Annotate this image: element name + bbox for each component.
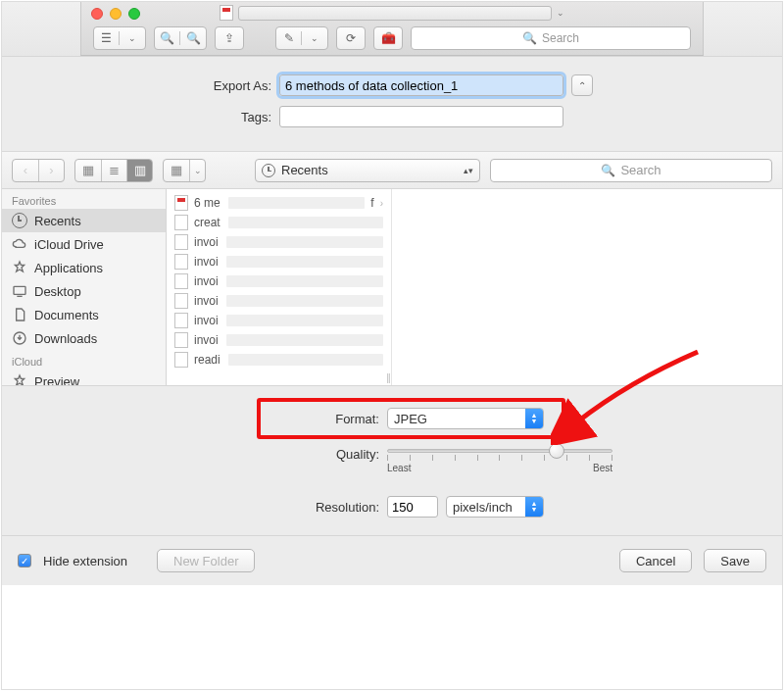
new-folder-button[interactable]: New Folder — [157, 549, 255, 572]
sidebar-item-label: Recents — [34, 214, 81, 228]
file-name: 6 me — [194, 196, 220, 210]
zoom-segment[interactable]: 🔍 🔍 — [154, 26, 207, 50]
sidebar-item-label: Documents — [34, 308, 99, 322]
zoom-out-icon[interactable]: 🔍 — [155, 31, 180, 45]
zoom-in-icon[interactable]: 🔍 — [180, 31, 206, 45]
file-row[interactable]: creat — [167, 213, 391, 232]
location-dropdown[interactable]: Recents ▴▾ — [255, 159, 480, 182]
format-select[interactable]: JPEG ▲▼ — [387, 408, 544, 429]
sidebar-item-applications[interactable]: Applications — [2, 256, 166, 279]
file-row[interactable]: readi — [167, 350, 391, 370]
slider-thumb[interactable] — [549, 443, 564, 459]
column-resize-handle[interactable]: ‖ — [386, 372, 393, 383]
hide-extension-checkbox[interactable]: ✓ — [18, 554, 31, 568]
chevron-down-icon[interactable]: ⌄ — [120, 33, 145, 43]
desktop-icon — [12, 283, 27, 299]
search-icon: 🔍 — [522, 31, 537, 45]
file-icon — [174, 215, 188, 230]
recents-icon — [12, 213, 27, 228]
forward-button[interactable]: › — [38, 160, 64, 181]
quality-least-label: Least — [387, 463, 411, 473]
file-browser-search-input[interactable]: 🔍 Search — [490, 159, 772, 182]
cancel-button[interactable]: Cancel — [619, 549, 692, 572]
view-mode-segment[interactable]: ▦ ≣ ▥ — [74, 159, 153, 182]
markup-segment[interactable]: ✎ ⌄ — [275, 26, 328, 50]
resolution-label: Resolution: — [75, 500, 379, 515]
sidebar-item-downloads[interactable]: Downloads — [2, 326, 166, 350]
export-options: Format: JPEG ▲▼ Quality: Least Best Reso — [2, 385, 782, 536]
file-name: invoi — [194, 294, 219, 308]
list-view-button[interactable]: ≣ — [101, 160, 126, 181]
file-row[interactable]: invoi — [167, 311, 391, 330]
export-as-label: Export As: — [66, 78, 271, 93]
file-icon — [174, 352, 188, 368]
markup-toolbar-button[interactable]: 🧰 — [373, 26, 403, 50]
pdf-icon — [174, 195, 188, 211]
chevron-up-icon: ⌃ — [578, 80, 586, 91]
location-label: Recents — [281, 163, 328, 177]
column-view-button[interactable]: ▥ — [126, 160, 152, 181]
sidebar-item-preview[interactable]: Preview — [2, 370, 166, 385]
file-row[interactable]: invoi — [167, 330, 391, 350]
cloud-icon — [12, 236, 27, 252]
toolbar-search-input[interactable]: 🔍 Search — [411, 26, 691, 50]
sidebar-item-desktop[interactable]: Desktop — [2, 279, 166, 303]
file-name: creat — [194, 216, 220, 229]
quality-best-label: Best — [593, 463, 612, 473]
sidebar-icon[interactable]: ☰ — [94, 31, 120, 45]
hide-extension-label: Hide extension — [43, 554, 127, 568]
file-row[interactable]: invoi — [167, 252, 391, 271]
file-name: invoi — [194, 333, 219, 347]
dialog-footer: ✓ Hide extension New Folder Cancel Save — [2, 536, 782, 585]
tags-input[interactable] — [279, 106, 564, 127]
file-browser-toolbar: ‹ › ▦ ≣ ▥ ▦ ⌄ Recents ▴▾ 🔍 Search — [2, 152, 782, 189]
sidebar-item-icloud-drive[interactable]: iCloud Drive — [2, 232, 166, 256]
save-button[interactable]: Save — [704, 549, 766, 572]
format-label: Format: — [75, 412, 379, 426]
sidebar-item-recents[interactable]: Recents — [2, 209, 166, 232]
nav-back-forward[interactable]: ‹ › — [12, 159, 65, 182]
sidebar-view-segment[interactable]: ☰ ⌄ — [93, 26, 146, 50]
applications-icon — [12, 260, 27, 275]
chevron-down-icon[interactable]: ⌄ — [302, 33, 327, 43]
share-button[interactable]: ⇪ — [215, 26, 244, 50]
chevron-updown-icon: ▲▼ — [525, 497, 543, 517]
file-icon — [174, 254, 188, 270]
file-icon — [174, 332, 188, 348]
sidebar-group-icloud: iCloud — [2, 350, 166, 370]
highlight-icon[interactable]: ✎ — [276, 31, 302, 45]
preview-icon — [12, 373, 27, 385]
sidebar-item-documents[interactable]: Documents — [2, 303, 166, 326]
group-by-dropdown[interactable]: ▦ ⌄ — [163, 159, 206, 182]
export-filename-input[interactable] — [279, 74, 564, 96]
expand-collapse-button[interactable]: ⌃ — [571, 74, 593, 96]
file-name: invoi — [194, 255, 219, 269]
document-title: ⌄ — [81, 5, 703, 21]
resolution-input[interactable] — [387, 496, 438, 518]
file-row[interactable]: invoi — [167, 291, 391, 311]
sidebar-item-label: Desktop — [34, 284, 81, 299]
file-name: invoi — [194, 314, 219, 327]
format-value: JPEG — [394, 412, 427, 426]
preview-pane: ‖ — [392, 189, 782, 385]
file-icon — [174, 293, 188, 309]
resolution-unit-select[interactable]: pixels/inch ▲▼ — [446, 496, 544, 518]
file-row[interactable]: invoi — [167, 271, 391, 291]
resolution-unit-value: pixels/inch — [453, 500, 513, 515]
quality-slider[interactable]: Least Best — [387, 439, 612, 469]
file-row[interactable]: invoi — [167, 232, 391, 252]
quality-label: Quality: — [75, 447, 379, 462]
file-icon — [174, 313, 188, 328]
icon-view-button[interactable]: ▦ — [75, 160, 101, 181]
file-name: invoi — [194, 274, 219, 288]
file-column: 6 me f › creat invoi invoi invoi invoi i… — [167, 189, 392, 385]
rotate-button[interactable]: ⟳ — [336, 26, 366, 50]
grid-icon: ▦ — [164, 160, 189, 181]
file-row[interactable]: 6 me f › — [167, 193, 391, 213]
back-button[interactable]: ‹ — [13, 160, 38, 181]
file-icon — [174, 234, 188, 250]
chevron-updown-icon: ▲▼ — [525, 409, 543, 428]
export-sheet-header: Export As: ⌃ Tags: — [2, 57, 782, 152]
file-name: readi — [194, 353, 220, 367]
sidebar-item-label: Preview — [34, 374, 79, 386]
